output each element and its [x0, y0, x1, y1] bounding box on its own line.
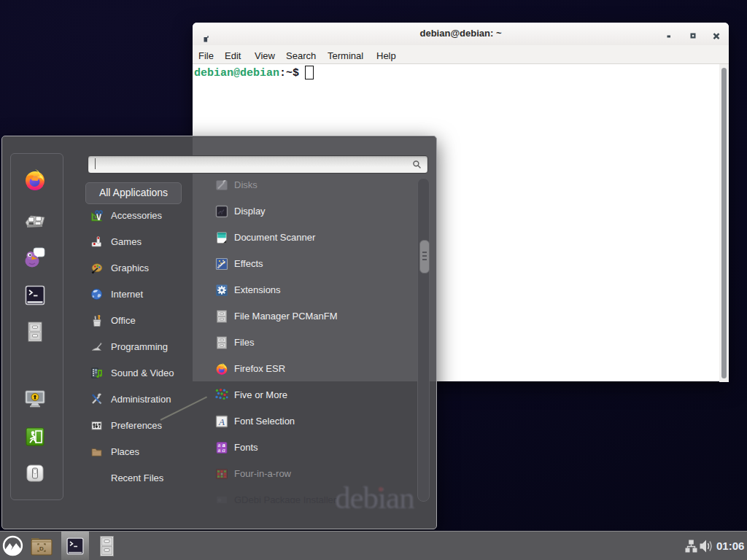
svg-text:a: a	[222, 446, 225, 454]
svg-text:D: D	[39, 545, 44, 552]
svg-text:A: A	[218, 416, 225, 427]
svg-text:a: a	[218, 446, 221, 454]
